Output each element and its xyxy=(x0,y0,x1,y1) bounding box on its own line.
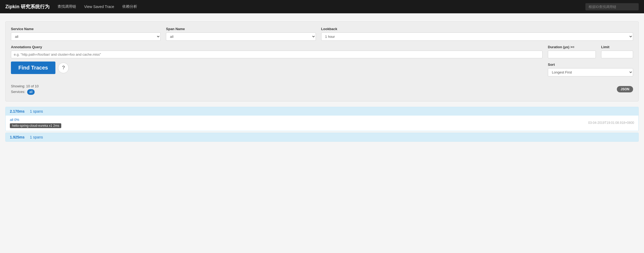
trace-id-search-input[interactable] xyxy=(585,3,639,10)
trace-results: 2.170ms 1 spans all 0% hello-spring-clou… xyxy=(5,107,639,142)
sort-group: Sort Longest First Shortest First Newest… xyxy=(548,63,633,78)
dependency-analysis-nav-link[interactable]: 依赖分析 xyxy=(122,4,137,9)
middle-form-row: Annotations Query Find Traces ? Duration… xyxy=(11,45,633,78)
duration-limit-row: Duration (μs) >= Limit 10 xyxy=(548,45,633,58)
status-info: Showing: 10 of 10 Services: all xyxy=(11,84,39,95)
trace-card[interactable]: 2.170ms 1 spans all 0% hello-spring-clou… xyxy=(5,107,639,131)
lookback-group: Lookback 1 hour 2 hours 6 hours 12 hours… xyxy=(321,27,633,41)
limit-label: Limit xyxy=(601,45,633,49)
top-form-row: Service Name all Span Name all Lookback … xyxy=(11,27,633,41)
duration-group: Duration (μs) >= xyxy=(548,45,596,58)
trace-card[interactable]: 1.925ms 1 spans xyxy=(5,133,639,142)
service-name-label: Service Name xyxy=(11,27,161,31)
trace-spans: 1 spans xyxy=(30,109,43,113)
search-panel: Service Name all Span Name all Lookback … xyxy=(5,21,639,101)
trace-duration: 2.170ms xyxy=(10,109,25,113)
span-name-group: Span Name all xyxy=(166,27,316,41)
sort-label: Sort xyxy=(548,63,633,67)
limit-group: Limit 10 xyxy=(601,45,633,58)
json-button[interactable]: JSON xyxy=(617,86,633,92)
trace-service-badge: hello-spring-cloud-eureka x1 2ms xyxy=(10,123,61,128)
sort-select[interactable]: Longest First Shortest First Newest Firs… xyxy=(548,68,633,76)
find-traces-nav-link[interactable]: 查找调用链 xyxy=(58,4,76,9)
trace-spans: 1 spans xyxy=(30,135,43,139)
trace-header: 2.170ms 1 spans xyxy=(6,107,638,116)
service-name-select[interactable]: all xyxy=(11,32,161,41)
annotations-query-group: Annotations Query xyxy=(11,45,543,58)
span-name-select[interactable]: all xyxy=(166,32,316,41)
trace-duration: 1.925ms xyxy=(10,135,25,139)
services-text: Services: all xyxy=(11,89,39,95)
navbar: Zipkin 研究系统行为 查找调用链 View Saved Trace 依赖分… xyxy=(0,0,644,13)
trace-body: all 0% hello-spring-cloud-eureka x1 2ms … xyxy=(6,116,638,131)
view-saved-trace-nav-link[interactable]: View Saved Trace xyxy=(84,5,114,9)
limit-input[interactable]: 10 xyxy=(601,51,633,58)
lookback-select[interactable]: 1 hour 2 hours 6 hours 12 hours 1 day 2 … xyxy=(321,32,633,41)
trace-left: all 0% hello-spring-cloud-eureka x1 2ms xyxy=(10,118,61,128)
main-content: Service Name all Span Name all Lookback … xyxy=(0,13,644,151)
lookback-label: Lookback xyxy=(321,27,633,31)
annotations-query-label: Annotations Query xyxy=(11,45,543,49)
status-row: Showing: 10 of 10 Services: all JSON xyxy=(11,83,633,96)
trace-timestamp: 03-04-2019T19:01:08.918+0800 xyxy=(588,121,634,125)
form-left-col: Annotations Query Find Traces ? xyxy=(11,45,543,78)
form-right-col: Duration (μs) >= Limit 10 Sort Longest F… xyxy=(548,45,633,78)
brand-logo: Zipkin 研究系统行为 xyxy=(5,3,50,10)
trace-header: 1.925ms 1 spans xyxy=(6,133,638,141)
help-button[interactable]: ? xyxy=(58,63,69,73)
annotations-query-input[interactable] xyxy=(11,51,543,58)
span-name-label: Span Name xyxy=(166,27,316,31)
trace-percent: all 0% xyxy=(10,118,61,122)
services-badge[interactable]: all xyxy=(27,89,35,95)
showing-text: Showing: 10 of 10 xyxy=(11,84,39,89)
service-name-group: Service Name all xyxy=(11,27,161,41)
duration-input[interactable] xyxy=(548,51,596,58)
find-traces-button[interactable]: Find Traces xyxy=(11,62,55,74)
button-row: Find Traces ? xyxy=(11,62,543,74)
duration-label: Duration (μs) >= xyxy=(548,45,596,49)
